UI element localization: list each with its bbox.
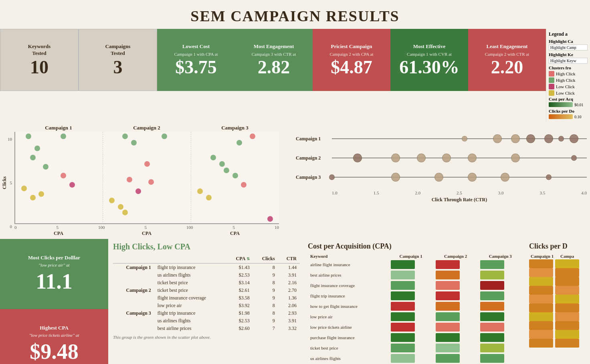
heat-cell	[391, 344, 415, 352]
cluster-color	[549, 90, 554, 96]
legend-clusters: High ClickHigh ClickLow ClickLow Click	[549, 71, 588, 96]
highest-cpa-sublabel: "low price tickets airline" at	[6, 333, 102, 338]
heat-cell	[480, 291, 504, 300]
table-keyword: low price air	[154, 302, 226, 309]
table-row: best airline prices $2.60 7 3.32	[113, 325, 300, 332]
table-campaign	[113, 271, 154, 279]
kpi-value-most-engagement: 2.82	[258, 58, 290, 77]
highlight-keyword-label: Highlight Ke	[549, 52, 588, 57]
scatter-title-3: Campaign 3	[191, 125, 279, 131]
table-ctr: 2.06	[278, 302, 300, 309]
scatter-dot	[69, 182, 75, 188]
heat-cell	[391, 312, 415, 321]
highlight-keyword-filter[interactable]: Highlight Keyw	[549, 58, 588, 64]
clicks-heat-cell	[529, 295, 553, 303]
clicks-heat-cell	[555, 321, 579, 330]
ctr-dot	[544, 134, 553, 143]
ctr-row-2: Campaign 2	[296, 152, 587, 164]
table-ctr: 2.16	[278, 279, 300, 287]
clicks-heat-cell	[529, 268, 553, 277]
highest-cpa-value: $9.48	[6, 339, 102, 364]
kpi-least-engagement: Least Engagement Campaign 2 with CTR at …	[468, 29, 546, 91]
table-clicks: 7	[253, 325, 278, 332]
ctr-section: Campaign 1Campaign 2Campaign 31.01.52.02…	[293, 122, 590, 239]
bottom-section: Most Clicks per Dolllar "low price air" …	[0, 239, 590, 364]
table-row: ticket best price $3.14 8 2.16	[113, 279, 300, 287]
table-cpa: $2.60	[226, 325, 253, 332]
highlight-campaign-filter[interactable]: Highlight Camp	[549, 44, 588, 51]
scatter-dot	[38, 191, 44, 197]
ctr-dot	[462, 136, 467, 142]
heatmap-row: us airlines flights	[308, 353, 523, 364]
table-row: low price air $3.92 8 2.06	[113, 302, 300, 309]
cluster-color	[549, 71, 554, 77]
kpi-sublabel-lowest-cost: Campaign 1 with CPA at	[174, 52, 218, 57]
scatter-dot	[30, 195, 36, 200]
clicks-heat-cell	[529, 286, 553, 295]
cpa-legend-value: $0.01	[574, 103, 584, 107]
heatmap-row: low price air	[308, 311, 523, 322]
legend-cluster-item: High Click	[549, 77, 588, 83]
scatter-section: Clicks 10 5 0 Campaign 10510CPACampaign …	[0, 122, 293, 239]
kpi-label-most-engagement: Most Engagement	[254, 43, 294, 50]
ctr-dot	[493, 134, 502, 143]
main-middle: Clicks 10 5 0 Campaign 10510CPACampaign …	[0, 122, 590, 239]
most-clicks-value: 11.1	[6, 269, 102, 294]
clicks-heat-cell	[555, 295, 579, 303]
clicks-legend-value: 0.10	[574, 115, 582, 119]
clicks-heat-cell	[555, 312, 579, 321]
cluster-color	[549, 84, 554, 89]
scatter-campaign-1: Campaign 10510CPA	[14, 125, 103, 237]
scatter-dot	[148, 179, 154, 185]
kpi-label-keywords-tested: KeywordsTested	[28, 43, 51, 57]
kpi-label-campaigns-tested: CampaignsTested	[105, 43, 131, 57]
heat-cell	[436, 333, 460, 342]
scatter-dot	[206, 195, 212, 200]
col-cpa: CPA ⇅	[226, 255, 253, 263]
table-clicks: 8	[253, 279, 278, 287]
kpi-sublabel-priciest-campaign: Campaign 2 with CPA at	[330, 52, 374, 57]
page-title: SEM CAMPAIGN RESULTS	[0, 0, 590, 29]
table-clicks: 9	[253, 317, 278, 325]
scatter-dot	[232, 173, 238, 178]
heat-cell	[436, 281, 460, 290]
clicks-heat-cell	[555, 268, 579, 277]
table-ctr: 3.91	[278, 317, 300, 325]
scatter-dot	[219, 161, 225, 167]
scatter-y-label: Clicks	[2, 137, 8, 229]
legend-cluster-item: High Click	[549, 71, 588, 77]
cpa-heatmap-table: KeywordCampaign 1Campaign 2Campaign 3air…	[308, 253, 523, 364]
heat-cell	[436, 323, 460, 332]
table-keyword: flight trip insurance	[154, 309, 226, 317]
heat-cell	[391, 302, 415, 311]
heat-cell	[480, 323, 504, 332]
scatter-dot	[61, 133, 66, 139]
clicks-heat-cell	[529, 339, 553, 348]
table-clicks: 9	[253, 271, 278, 279]
table-cpa: $3.92	[226, 302, 253, 309]
scatter-dot	[224, 168, 229, 173]
kpi-most-effective: Most Effective Campaign 1 with CVR at 61…	[390, 29, 468, 91]
heat-cell	[480, 354, 504, 363]
table-note: This group is the green shown in the sca…	[113, 335, 300, 340]
scatter-dot	[267, 216, 273, 222]
scatter-dot	[250, 133, 255, 139]
table-cpa: $3.14	[226, 279, 253, 287]
scatter-dot	[236, 140, 242, 146]
heatmap-row: flight trip insurance	[308, 291, 523, 301]
heat-cell	[436, 344, 460, 352]
table-row: us airlines flights $2.53 9 3.91	[113, 317, 300, 325]
table-keyword: flight insurance coverage	[154, 294, 226, 302]
kpi-keywords-tested: KeywordsTested 10	[0, 29, 79, 91]
table-clicks: 9	[253, 287, 278, 294]
ctr-plot: Campaign 1Campaign 2Campaign 31.01.52.02…	[296, 133, 587, 203]
ctr-dot	[511, 154, 520, 162]
heatmap-row: best airline prices	[308, 270, 523, 280]
scatter-dot	[122, 133, 128, 139]
col-campaign	[113, 255, 154, 263]
table-cpa: $2.53	[226, 317, 253, 325]
table-cpa: $3.58	[226, 294, 253, 302]
heat-cell	[436, 291, 460, 300]
clicks-heat-cell	[555, 277, 579, 286]
table-campaign	[113, 279, 154, 287]
